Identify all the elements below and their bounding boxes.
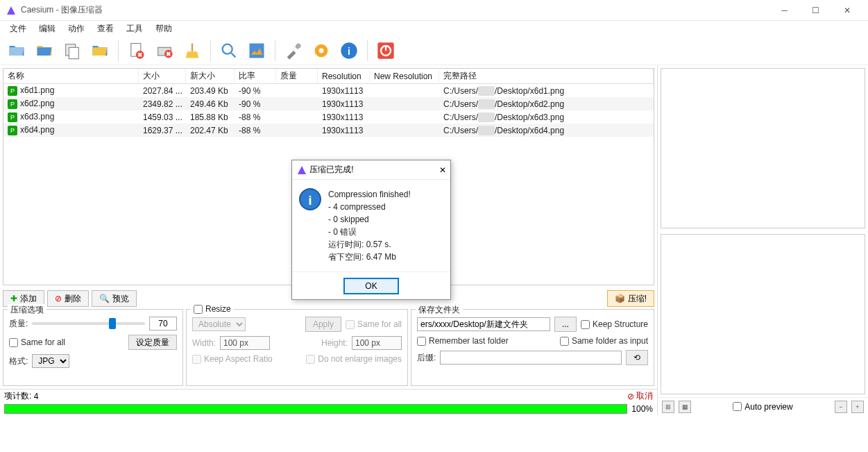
resize-panel: Resize Absolute Apply Same for all Width… (186, 309, 408, 386)
dialog-close-icon[interactable]: ✕ (439, 165, 446, 175)
settings-wrench-icon[interactable] (281, 38, 306, 63)
menu-help[interactable]: 帮助 (150, 22, 178, 36)
delete-output-icon[interactable] (152, 38, 177, 63)
col-quality[interactable]: 质量 (276, 69, 318, 83)
minimize-button[interactable]: ─ (769, 1, 800, 20)
menu-file[interactable]: 文件 (4, 22, 32, 36)
keep-aspect-checkbox: Keep Aspect Ratio (192, 354, 273, 364)
window-title: Caesium - 图像压缩器 (21, 4, 769, 16)
svg-rect-7 (250, 43, 264, 58)
progress-row: 100% (0, 403, 657, 415)
progress-bar (4, 404, 627, 414)
item-count: 4 (34, 392, 39, 401)
item-count-label: 项计数: (4, 390, 31, 402)
table-row[interactable]: Px6d4.png1629.37 ...202.47 Kb-88 %1930x1… (3, 124, 654, 137)
image-preview-icon[interactable] (244, 38, 269, 63)
app-icon (6, 5, 17, 16)
close-button[interactable]: ✕ (831, 1, 862, 20)
delete-button[interactable]: ⊘删除 (47, 290, 89, 307)
col-res[interactable]: Resolution (318, 70, 370, 83)
col-size[interactable]: 大小 (139, 69, 186, 83)
maximize-button[interactable]: ☐ (800, 1, 831, 20)
table-row[interactable]: Px6d2.png2349.82 ...249.46 Kb-90 %1930x1… (3, 97, 654, 110)
preview-button[interactable]: 🔍预览 (92, 290, 137, 307)
zoom-in-icon[interactable]: + (851, 401, 864, 413)
col-ratio[interactable]: 比率 (235, 69, 276, 83)
dialog-title: 压缩已完成! (309, 164, 439, 176)
window-titlebar: Caesium - 图像压缩器 ─ ☐ ✕ (0, 0, 868, 21)
fit-icon[interactable]: ⊞ (662, 401, 674, 413)
dialog-app-icon (296, 165, 307, 176)
progress-label: 100% (631, 404, 653, 414)
apply-button: Apply (305, 317, 341, 332)
table-row[interactable]: Px6d3.png1459.03 ...185.88 Kb-88 %1930x1… (3, 110, 654, 124)
resize-same-for-all: Same for all (346, 319, 402, 329)
compress-panel: 压缩选项 质量: Same for all 设定质量 格式: JPG (3, 309, 183, 386)
no-enlarge-checkbox: Do not enlarge images (306, 354, 402, 364)
compress-panel-title: 压缩选项 (8, 304, 46, 316)
copy-list-icon[interactable] (60, 38, 85, 63)
svg-text:i: i (348, 45, 350, 56)
col-name[interactable]: 名称 (3, 69, 139, 83)
same-folder-checkbox[interactable]: Same folder as input (560, 336, 648, 346)
auto-preview-checkbox[interactable]: Auto preview (733, 402, 792, 412)
suffix-reset-button[interactable]: ⟲ (626, 350, 648, 365)
cancel-button[interactable]: ⊘取消 (627, 390, 653, 402)
quality-label: 质量: (9, 318, 28, 330)
menu-view[interactable]: 查看 (92, 22, 119, 36)
settings-gear-icon[interactable] (309, 38, 334, 63)
delete-file-icon[interactable] (124, 38, 149, 63)
same-for-all-checkbox[interactable]: Same for all (9, 337, 65, 347)
menu-edit[interactable]: 编辑 (33, 22, 61, 36)
svg-point-8 (296, 43, 301, 48)
resize-checkbox[interactable]: Resize (194, 304, 231, 314)
completion-dialog: 压缩已完成! ✕ i Compression finished! - 4 com… (291, 160, 451, 300)
status-bar: 项计数: 4 ⊘取消 (0, 389, 657, 403)
svg-point-6 (223, 44, 232, 53)
save-panel-title: 保存文件夹 (416, 304, 463, 316)
format-select[interactable]: JPG (32, 354, 69, 368)
dialog-message: Compression finished! - 4 compressed - 0… (328, 188, 411, 263)
clean-icon[interactable] (180, 38, 205, 63)
table-row[interactable]: Px6d1.png2027.84 ...203.49 Kb-90 %1930x1… (3, 84, 654, 97)
zoom-out-icon[interactable]: − (835, 401, 847, 413)
ok-button[interactable]: OK (343, 278, 399, 294)
suffix-label: 后缀: (417, 352, 436, 364)
menubar: 文件 编辑 动作 查看 工具 帮助 (0, 21, 868, 36)
save-path-input[interactable] (417, 317, 550, 331)
preview-controls: ⊞ ▦ Auto preview − + (658, 397, 868, 415)
preview-before (661, 68, 865, 228)
menu-tools[interactable]: 工具 (121, 22, 148, 36)
info-icon: i (299, 188, 321, 210)
format-label: 格式: (9, 355, 28, 367)
keep-structure-checkbox[interactable]: Keep Structure (581, 319, 648, 329)
svg-point-10 (319, 48, 324, 53)
compress-button[interactable]: 📦压缩! (607, 290, 654, 307)
open-folder-icon[interactable] (32, 38, 57, 63)
remember-folder-checkbox[interactable]: Remember last folder (417, 336, 509, 346)
open-file-icon[interactable] (4, 38, 29, 63)
col-newsize[interactable]: 新大小 (186, 69, 235, 83)
height-input (352, 336, 402, 350)
zoom-icon[interactable] (216, 38, 241, 63)
preview-after (661, 234, 865, 394)
width-input (220, 336, 270, 350)
original-icon[interactable]: ▦ (679, 401, 691, 413)
quality-slider[interactable] (32, 322, 145, 325)
open-folder2-icon[interactable] (87, 38, 112, 63)
menu-action[interactable]: 动作 (62, 22, 90, 36)
col-path[interactable]: 完整路径 (439, 69, 654, 83)
col-newres[interactable]: New Resolution (370, 70, 439, 83)
height-label: Height: (321, 338, 348, 348)
svg-rect-1 (69, 47, 78, 58)
table-header: 名称 大小 新大小 比率 质量 Resolution New Resolutio… (3, 69, 654, 84)
browse-button[interactable]: ... (554, 317, 577, 332)
quality-input[interactable] (149, 317, 177, 330)
set-quality-button[interactable]: 设定质量 (128, 335, 177, 350)
resize-mode-select: Absolute (192, 317, 246, 331)
save-panel: 保存文件夹 ... Keep Structure Remember last f… (411, 309, 654, 386)
info-icon[interactable]: i (337, 38, 361, 63)
power-icon[interactable] (373, 38, 398, 63)
suffix-input[interactable] (440, 351, 622, 365)
width-label: Width: (192, 338, 216, 348)
